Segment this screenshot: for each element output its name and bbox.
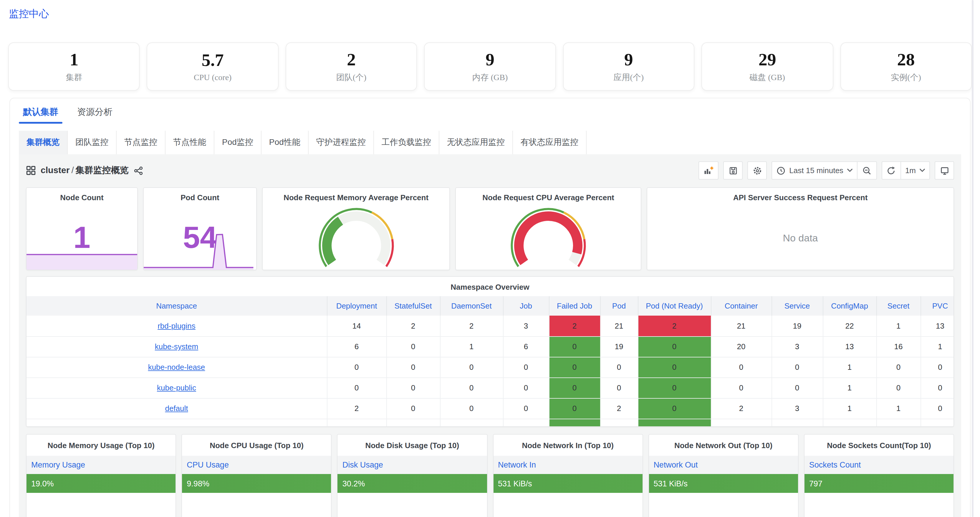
table-cell: 1 [921,336,954,357]
namespace-link[interactable]: default [165,404,188,413]
api-success-panel: API Server Success Request Percent No da… [647,187,954,270]
panel-title[interactable]: Node Disk Usage (Top 10) [338,434,487,456]
column-header[interactable]: Pod (Not Ready) [638,296,711,316]
column-header[interactable]: Namespace [27,296,327,316]
time-range-picker[interactable]: Last 15 minutes [772,161,858,180]
table-cell: 16 [877,336,921,357]
column-header[interactable]: Failed Job [549,296,600,316]
panel-title[interactable]: Node Count [27,188,137,202]
table-cell [549,419,600,427]
metric-column-header[interactable]: Disk Usage [338,456,487,474]
table-cell: 1 [823,398,877,419]
table-cell: 0 [638,377,711,398]
stat-value: 28 [897,50,915,68]
table-cell: 2 [711,398,772,419]
panel-title[interactable]: Pod Count [144,188,256,202]
metric-value-bar: 531 KiB/s [649,474,798,493]
table-cell: 0 [549,377,600,398]
add-panel-button[interactable] [698,161,719,180]
kiosk-mode-button[interactable] [935,161,954,180]
namespace-link[interactable]: kube-node-lease [148,363,205,372]
save-dashboard-button[interactable] [723,161,743,180]
pod-count-panel: Pod Count 54 [143,187,257,270]
table-cell: 3 [772,398,823,419]
table-cell: 0 [549,398,600,419]
table-cell: 0 [772,357,823,377]
table-cell [440,419,503,427]
namespace-link[interactable]: kube-system [155,342,198,351]
zoom-out-button[interactable] [858,161,877,180]
top10-panel: Node Disk Usage (Top 10)Disk Usage30.2% [337,434,487,517]
namespace-table: NamespaceDeploymentStatefulSetDaemonSetJ… [27,296,954,427]
column-header[interactable]: ConfigMap [823,296,877,316]
column-header[interactable]: Deployment [327,296,387,316]
share-icon[interactable] [134,166,143,175]
column-header[interactable]: Container [711,296,772,316]
table-cell: 0 [440,398,503,419]
namespace-link[interactable]: rbd-plugins [158,321,196,330]
breadcrumb[interactable]: 监控中心 [9,7,49,21]
subtab-4[interactable]: Pod监控 [215,131,261,154]
table-cell: 0 [711,357,772,377]
panel-title[interactable]: Node Request CPU Average Percent [456,188,641,202]
table-row: kube-public000000000100 [27,377,954,398]
table-cell: 19 [772,316,823,336]
refresh-interval-picker[interactable]: 1m [901,161,930,180]
namespace-link[interactable]: kube-public [157,383,196,392]
column-header[interactable]: Pod [600,296,638,316]
refresh-controls: 1m [881,161,930,180]
panel-title[interactable]: Node Network Out (Top 10) [649,434,798,456]
table-cell: 0 [387,336,440,357]
column-header[interactable]: Job [503,296,549,316]
column-header[interactable]: Service [772,296,823,316]
refresh-button[interactable] [881,161,901,180]
panel-title[interactable]: Node Request Memory Average Percent [262,188,449,202]
column-header[interactable]: StatefulSet [387,296,440,316]
column-header[interactable]: PVC [921,296,954,316]
metric-column-header[interactable]: Network In [493,456,642,474]
stat-value: 5.7 [202,51,224,69]
subtab-8[interactable]: 无状态应用监控 [439,131,513,154]
clock-icon [776,166,786,175]
panel-title[interactable]: Node Memory Usage (Top 10) [27,434,175,456]
panel-title[interactable]: API Server Success Request Percent [647,188,953,202]
table-cell: 0 [549,357,600,377]
tab-default-cluster[interactable]: 默认集群 [19,98,62,126]
stats-row: 1集群5.7CPU (core)2团队(个)9内存 (GB)9应用(个)29磁盘… [8,42,972,91]
stat-value: 9 [485,50,495,68]
stat-value: 29 [759,50,776,68]
top10-panel: Node Network Out (Top 10)Network Out531 … [648,434,798,517]
top10-panel: Node Sockets Count(Top 10)Sockets Count7… [804,434,954,517]
subtab-1[interactable]: 团队监控 [68,131,117,154]
stat-value: 1 [70,50,78,68]
vertical-scrollbar[interactable] [972,0,974,517]
dashboard-title[interactable]: cluster/集群监控概览 [41,165,129,176]
metric-column-header[interactable]: Sockets Count [805,456,953,474]
metric-column-header[interactable]: Network Out [649,456,798,474]
subtab-2[interactable]: 节点监控 [117,131,165,154]
metric-column-header[interactable]: CPU Usage [182,456,331,474]
table-cell: 0 [638,398,711,419]
dashboard-settings-button[interactable] [748,161,767,180]
subtab-9[interactable]: 有状态应用监控 [513,131,587,154]
subtab-3[interactable]: 节点性能 [165,131,215,154]
sub-tabs: 集群概览团队监控节点监控节点性能Pod监控Pod性能守护进程监控工作负载监控无状… [19,131,961,154]
tab-resource-analysis[interactable]: 资源分析 [73,98,117,126]
table-row: kube-system6016019020313161 [27,336,954,357]
metric-column-header[interactable]: Memory Usage [27,456,175,474]
subtab-5[interactable]: Pod性能 [261,131,309,154]
panel-title[interactable]: Node CPU Usage (Top 10) [182,434,331,456]
namespace-cell: kube-public [27,377,327,398]
column-header[interactable]: DaemonSet [440,296,503,316]
panel-title[interactable]: Namespace Overview [27,277,953,291]
table-cell [327,419,387,427]
table-cell [921,419,954,427]
table-cell: 0 [503,377,549,398]
table-cell: 22 [823,316,877,336]
subtab-0[interactable]: 集群概览 [19,131,68,154]
panel-title[interactable]: Node Sockets Count(Top 10) [805,434,953,456]
subtab-6[interactable]: 守护进程监控 [309,131,374,154]
panel-title[interactable]: Node Network In (Top 10) [493,434,642,456]
subtab-7[interactable]: 工作负载监控 [374,131,439,154]
column-header[interactable]: Secret [877,296,921,316]
